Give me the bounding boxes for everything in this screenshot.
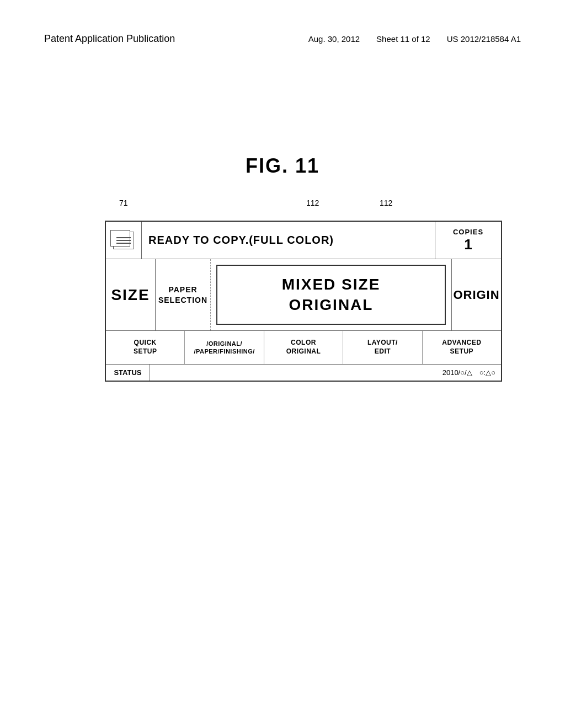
tab-color-original[interactable]: COLORORIGINAL	[264, 331, 343, 364]
icon-line-1	[116, 237, 131, 238]
display-icon-cell	[106, 222, 142, 259]
document-icon	[113, 232, 134, 249]
figure-label: FIG. 11	[246, 154, 319, 178]
tab-color-original-label: COLORORIGINAL	[286, 339, 321, 356]
icon-line-3	[116, 243, 131, 244]
publication-date: Aug. 30, 2012	[308, 34, 360, 44]
tab-original-paper-label: /ORIGINAL//PAPER/FINISHING/	[194, 340, 254, 356]
paper-selection-label: PAPERSELECTION	[158, 285, 207, 304]
tab-quick-setup-label: QUICKSETUP	[134, 339, 157, 356]
tab-quick-setup[interactable]: QUICKSETUP	[106, 331, 185, 364]
status-info: 2010/○/△ ○:△○	[150, 365, 501, 381]
copies-value: 1	[464, 236, 472, 253]
copies-label: COPIES	[453, 228, 483, 236]
paper-selection-cell: PAPERSELECTION	[156, 259, 211, 330]
ref-112-b-label: 112	[380, 199, 392, 207]
patent-number: US 2012/218584 A1	[447, 34, 521, 44]
sheet-info: Sheet 11 of 12	[376, 34, 430, 44]
ref-71-label: 71	[119, 199, 128, 207]
size-cell: SIZE	[106, 259, 156, 330]
status-text: READY TO COPY.(FULL COLOR)	[142, 222, 435, 259]
copies-section: COPIES 1	[435, 222, 501, 259]
origin-cell: ORIGIN	[451, 259, 501, 330]
tab-layout-edit-label: LAYOUT/EDIT	[367, 339, 398, 356]
size-label: SIZE	[111, 286, 150, 304]
display-panel: READY TO COPY.(FULL COLOR) COPIES 1 SIZE…	[105, 221, 502, 382]
tab-advanced-setup-label: ADVANCEDSETUP	[442, 339, 481, 356]
ref-112-a-label: 112	[306, 199, 319, 207]
status-row: STATUS 2010/○/△ ○:△○	[106, 364, 501, 381]
header: Patent Application Publication Aug. 30, …	[44, 33, 521, 45]
tab-layout-edit[interactable]: LAYOUT/EDIT	[343, 331, 422, 364]
display-top-row: READY TO COPY.(FULL COLOR) COPIES 1	[106, 222, 501, 259]
header-meta: Aug. 30, 2012 Sheet 11 of 12 US 2012/218…	[308, 34, 521, 44]
tab-original-paper[interactable]: /ORIGINAL//PAPER/FINISHING/	[185, 331, 264, 364]
main-display-cell: MIXED SIZEORIGINAL	[216, 265, 446, 325]
page: Patent Application Publication Aug. 30, …	[0, 0, 565, 728]
status-label: STATUS	[106, 365, 150, 381]
tab-advanced-setup[interactable]: ADVANCEDSETUP	[423, 331, 501, 364]
tabs-row: QUICKSETUP /ORIGINAL//PAPER/FINISHING/ C…	[106, 331, 501, 364]
main-display-text: MIXED SIZEORIGINAL	[282, 275, 381, 315]
origin-label: ORIGIN	[453, 288, 499, 302]
patent-title: Patent Application Publication	[44, 33, 175, 45]
display-middle-row: SIZE PAPERSELECTION MIXED SIZEORIGINAL O…	[106, 259, 501, 331]
icon-line-2	[116, 240, 131, 241]
